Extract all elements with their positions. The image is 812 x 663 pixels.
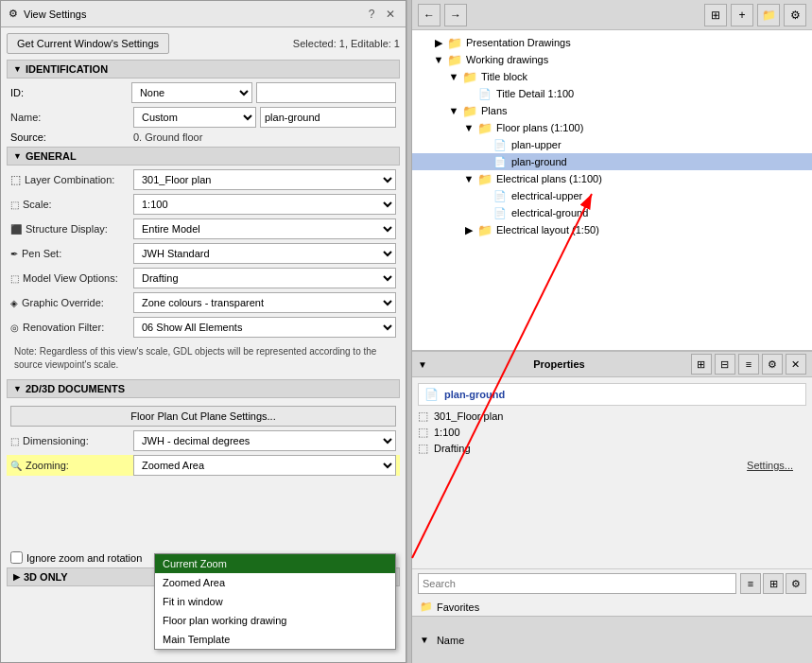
file-title-detail-icon: 📄 — [476, 87, 493, 100]
right-toolbar: ← → ⊞ + 📁 ⚙ — [412, 0, 812, 30]
favorites-label: Favorites — [437, 602, 479, 613]
tree-item-plan-upper[interactable]: 📄 plan-upper — [412, 136, 812, 153]
prop-scale-icon: ⬚ — [418, 426, 428, 439]
dimensioning-icon: ⬚ — [10, 436, 19, 446]
file-electrical-upper-icon: 📄 — [492, 189, 509, 202]
file-electrical-ground-icon: 📄 — [492, 206, 509, 219]
navigate-forward-button[interactable]: → — [444, 4, 467, 26]
settings-button[interactable]: ⚙ — [784, 4, 806, 26]
navigate-back-button[interactable]: ← — [418, 4, 441, 26]
zoom-option-fit-window[interactable]: Fit in window — [155, 592, 395, 611]
title-detail-label: Title Detail 1:100 — [496, 88, 574, 99]
expand-plans-icon[interactable]: ▼ — [446, 105, 461, 116]
search-grid-btn[interactable]: ⊞ — [763, 573, 784, 594]
working-label: Working drawings — [466, 54, 548, 65]
expand-floor-plans-icon[interactable]: ▼ — [461, 122, 476, 133]
id-select[interactable]: None — [131, 82, 252, 103]
tree-item-floor-plans[interactable]: ▼ 📁 Floor plans (1:100) — [412, 119, 812, 136]
new-button[interactable]: + — [731, 4, 753, 26]
prop-view-btn[interactable]: ⊞ — [691, 354, 712, 375]
prop-settings-btn[interactable]: ⚙ — [762, 354, 783, 375]
expand-elayout-icon[interactable]: ▶ — [461, 224, 476, 236]
id-label: ID: — [10, 87, 131, 98]
tree-item-title-detail[interactable]: 📄 Title Detail 1:100 — [412, 85, 812, 102]
close-icon[interactable]: ✕ — [383, 7, 398, 22]
tree-item-electrical-layout[interactable]: ▶ 📁 Electrical layout (1:50) — [412, 221, 812, 238]
zoom-option-zoomed-area[interactable]: Zoomed Area — [155, 573, 395, 592]
prop-scale-value: 1:100 — [434, 427, 460, 438]
ignore-zoom-label: Ignore zoom and rotation — [26, 552, 142, 564]
tree-item-presentation[interactable]: ▶ 📁 Presentation Drawings — [412, 34, 812, 51]
prop-close-btn[interactable]: ✕ — [786, 354, 806, 375]
pen-icon: ✒ — [10, 249, 18, 259]
folder-button[interactable]: 📁 — [757, 4, 780, 26]
properties-panel: ▼ Properties ⊞ ⊟ ≡ ⚙ ✕ 📄 plan-ground ⬚ 3… — [412, 351, 812, 616]
tree-item-title-block[interactable]: ▼ 📁 Title block — [412, 68, 812, 85]
dimensioning-label: ⬚ Dimensioning: — [10, 435, 133, 446]
scale-icon: ⬚ — [10, 200, 19, 210]
layer-combination-row: ⬚ Layer Combination: 301_Floor plan — [7, 169, 400, 190]
source-row: Source: 0. Ground floor — [7, 131, 400, 143]
prop-layer-row: ⬚ 301_Floor plan — [418, 410, 806, 423]
properties-arrow-icon: ▼ — [418, 359, 427, 370]
name-type-select[interactable]: Custom — [133, 107, 256, 128]
help-icon[interactable]: ? — [364, 7, 379, 22]
tree-item-electrical-ground[interactable]: 📄 electrical-ground — [412, 204, 812, 221]
zoom-option-main-template[interactable]: Main Template — [155, 630, 395, 649]
tree-item-working[interactable]: ▼ 📁 Working drawings — [412, 51, 812, 68]
zooming-select[interactable]: Zoomed Area — [133, 455, 396, 476]
expand-presentation-icon[interactable]: ▶ — [431, 37, 446, 49]
scale-label: ⬚ Scale: — [10, 199, 133, 210]
properties-title: Properties — [533, 358, 584, 370]
zooming-label: 🔍 Zooming: — [10, 460, 133, 471]
dimensioning-select[interactable]: JWH - decimal degrees — [133, 430, 396, 451]
tree-item-electrical-plans[interactable]: ▼ 📁 Electrical plans (1:100) — [412, 170, 812, 187]
structure-display-row: ⬛ Structure Display: Entire Model — [7, 218, 400, 239]
tree-item-plans[interactable]: ▼ 📁 Plans — [412, 102, 812, 119]
expand-electrical-icon[interactable]: ▼ — [461, 173, 476, 184]
view-settings-titlebar: ⚙ View Settings ? ✕ — [1, 1, 406, 27]
search-input[interactable] — [418, 573, 736, 594]
graphic-override-select[interactable]: Zone colours - transparent — [133, 292, 396, 313]
favorites-row[interactable]: 📁 Favorites — [412, 598, 812, 616]
expand-working-icon[interactable]: ▼ — [431, 54, 446, 65]
renovation-filter-row: ◎ Renovation Filter: 06 Show All Element… — [7, 317, 400, 338]
structure-display-select[interactable]: Entire Model — [133, 218, 396, 239]
mvo-select[interactable]: Drafting — [133, 268, 396, 288]
renovation-filter-select[interactable]: 06 Show All Elements — [133, 317, 396, 338]
floor-plan-cut-plane-button[interactable]: Floor Plan Cut Plane Settings... — [10, 406, 396, 427]
general-section[interactable]: ▼ GENERAL — [7, 147, 400, 166]
name-section-arrow-icon: ▼ — [420, 635, 429, 645]
id-input[interactable] — [256, 82, 396, 103]
prop-list-btn[interactable]: ≡ — [738, 354, 759, 375]
view-icon-button[interactable]: ⊞ — [704, 4, 727, 26]
get-settings-button[interactable]: Get Current Window's Settings — [7, 33, 169, 54]
search-settings-btn[interactable]: ⚙ — [786, 573, 806, 594]
folder-working-icon: 📁 — [446, 53, 463, 66]
ignore-zoom-checkbox[interactable] — [10, 551, 23, 564]
layer-combination-select[interactable]: 301_Floor plan — [133, 169, 396, 190]
search-list-btn[interactable]: ≡ — [740, 573, 761, 594]
name-input[interactable] — [260, 107, 396, 128]
documents-arrow-icon: ▼ — [13, 384, 22, 393]
scale-select[interactable]: 1:100 — [133, 194, 396, 215]
search-row: ≡ ⊞ ⚙ — [412, 568, 812, 598]
file-plan-upper-icon: 📄 — [492, 138, 509, 151]
prop-mvo-row: ⬚ Drafting — [418, 442, 806, 455]
expand-title-icon[interactable]: ▼ — [446, 71, 461, 82]
prop-name-value: plan-ground — [444, 389, 505, 400]
view-settings-icon: ⚙ — [9, 8, 18, 20]
tree-item-electrical-upper[interactable]: 📄 electrical-upper — [412, 187, 812, 204]
identification-section[interactable]: ▼ IDENTIFICATION — [7, 60, 400, 79]
documents-section[interactable]: ▼ 2D/3D DOCUMENTS — [7, 379, 400, 398]
prop-grid-btn[interactable]: ⊟ — [715, 354, 735, 375]
folder-title-icon: 📁 — [461, 70, 478, 83]
tree-item-plan-ground[interactable]: 📄 plan-ground — [412, 153, 812, 170]
settings-link[interactable]: Settings... — [739, 458, 801, 473]
zoom-option-current[interactable]: Current Zoom — [155, 554, 395, 573]
electrical-layout-label: Electrical layout (1:50) — [496, 224, 599, 236]
3d-arrow-icon: ▶ — [13, 572, 20, 582]
zoom-option-floor-plan[interactable]: Floor plan working drawing — [155, 611, 395, 630]
identification-arrow-icon: ▼ — [13, 64, 22, 74]
pen-set-select[interactable]: JWH Standard — [133, 243, 396, 264]
